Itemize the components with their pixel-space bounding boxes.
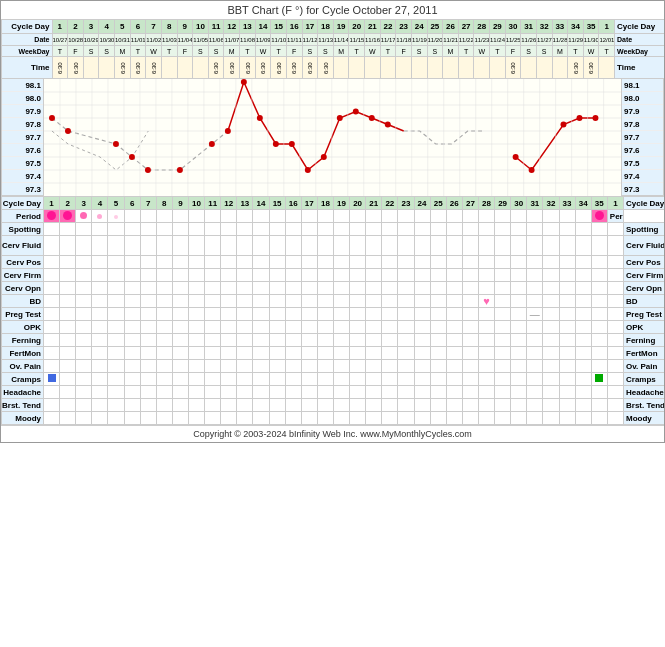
svg-point-18 (273, 141, 279, 147)
svg-point-30 (592, 115, 598, 121)
svg-point-12 (145, 167, 151, 173)
svg-point-29 (577, 115, 583, 121)
headache-row: Headache Headache (2, 386, 665, 399)
footer: Copyright © 2003-2024 bInfinity Web Inc.… (1, 425, 664, 442)
moody-row: Moody Moody (2, 412, 665, 425)
svg-point-23 (353, 109, 359, 115)
cerv-pos-row: Cerv Pos Cerv Pos (2, 256, 665, 269)
svg-point-10 (113, 141, 119, 147)
day-1: 1 (52, 20, 68, 34)
cycle-day-right-label: Cycle Day (615, 20, 664, 34)
lower-table: Cycle Day 123456789101112131415161718192… (1, 196, 664, 425)
ov-pain-row: Ov. Pain Ov. Pain (2, 360, 665, 373)
cycle-day-label: Cycle Day (2, 20, 53, 34)
svg-point-16 (241, 79, 247, 85)
cramps-row: Cramps Cramps (2, 373, 665, 386)
chart-svg: // rendered via JS below (44, 79, 621, 196)
chart-title: BBT Chart (F °) for Cycle October 27, 20… (1, 1, 664, 19)
cycle-day-row-2: Cycle Day 123456789101112131415161718192… (2, 197, 665, 210)
date-row: Date 10/27 10/28 10/29 10/30 10/31 11/01… (2, 34, 665, 46)
svg-point-21 (321, 154, 327, 160)
spotting-row: Spotting Spotting (2, 223, 665, 236)
fertmon-row: FertMon FertMon (2, 347, 665, 360)
main-table: Cycle Day 1 2 3 4 5 6 7 8 9 10 11 12 13 … (1, 19, 664, 79)
svg-point-24 (369, 115, 375, 121)
svg-point-17 (257, 115, 263, 121)
svg-point-15 (225, 128, 231, 134)
svg-point-25 (385, 122, 391, 128)
preg-test-row: Preg Test — Preg Test (2, 308, 665, 321)
cerv-opn-row: Cerv Opn Cerv Opn (2, 282, 665, 295)
svg-point-8 (49, 115, 55, 121)
svg-point-20 (305, 167, 311, 173)
svg-point-19 (289, 141, 295, 147)
ferning-row: Ferning Ferning (2, 334, 665, 347)
weekday-row: WeekDay T F S S M T W T F S S M T W T F … (2, 46, 665, 57)
svg-point-26 (513, 154, 519, 160)
svg-point-28 (561, 122, 567, 128)
main-container: BBT Chart (F °) for Cycle October 27, 20… (0, 0, 665, 443)
svg-point-13 (177, 167, 183, 173)
brst-tend-row: Brst. Tend Brst. Tend (2, 399, 665, 412)
svg-point-22 (337, 115, 343, 121)
cycle-day-header-row: Cycle Day 1 2 3 4 5 6 7 8 9 10 11 12 13 … (2, 20, 665, 34)
temperature-chart: // rendered via JS below (44, 79, 621, 196)
cerv-firm-row: Cerv Firm Cerv Firm (2, 269, 665, 282)
opk-row: OPK OPK (2, 321, 665, 334)
svg-point-14 (209, 141, 215, 147)
cerv-fluid-row: Cerv Fluid Cerv Fluid (2, 236, 665, 256)
svg-point-11 (129, 154, 135, 160)
period-row: Period Period (2, 210, 665, 223)
time-row: Time 6:30 6:30 6:30 6:30 6:30 6:30 6:30 … (2, 57, 665, 79)
svg-point-9 (65, 128, 71, 134)
svg-point-27 (529, 167, 535, 173)
bd-row: BD ♥ BD (2, 295, 665, 308)
